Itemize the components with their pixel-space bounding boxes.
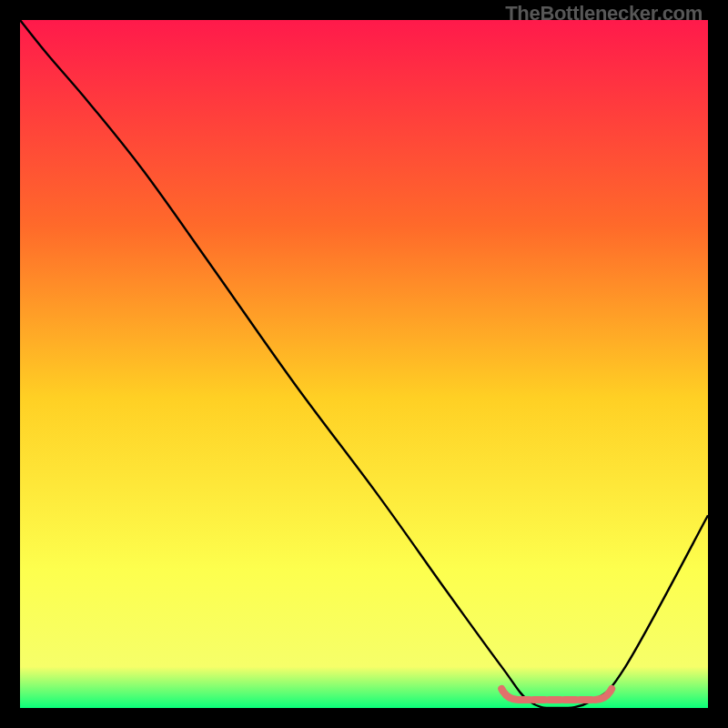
gradient-background <box>20 20 708 708</box>
bottleneck-chart <box>20 20 708 708</box>
chart-frame <box>20 20 708 708</box>
watermark-text: TheBottlenecker.com <box>505 2 703 25</box>
